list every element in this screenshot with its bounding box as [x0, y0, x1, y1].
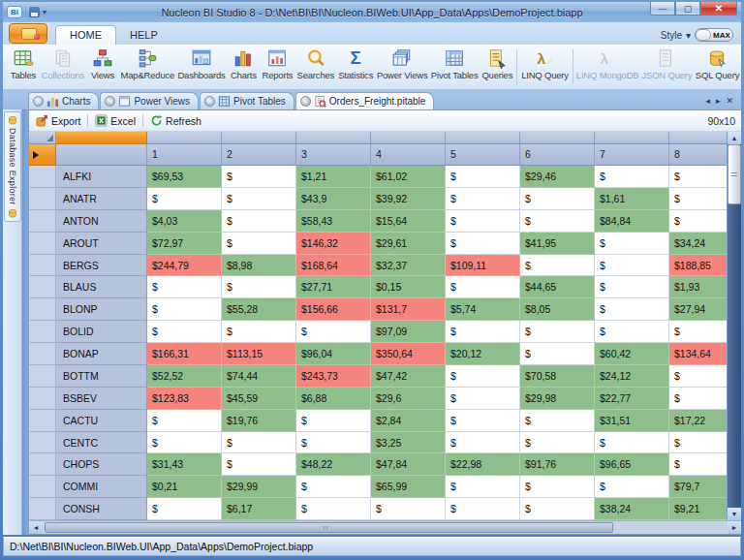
row-header[interactable]: BLONP: [56, 298, 147, 321]
grid-cell[interactable]: $: [595, 233, 669, 255]
row-label-header[interactable]: [56, 144, 147, 166]
grid-cell[interactable]: $: [446, 476, 520, 498]
grid-cell[interactable]: $: [296, 321, 371, 343]
grid-cell[interactable]: $17,22: [669, 410, 727, 432]
grid-cell[interactable]: $79,7: [669, 476, 727, 498]
row-header[interactable]: ALFKI: [56, 166, 147, 188]
grid-cell[interactable]: $: [669, 166, 727, 188]
grid-cell[interactable]: $38,24: [595, 498, 669, 520]
grid-cell[interactable]: $19,76: [222, 410, 296, 432]
grid-cell[interactable]: $55,28: [222, 298, 296, 321]
grid-cell[interactable]: $29,6: [371, 388, 446, 410]
grid-cell[interactable]: $123,83: [147, 388, 222, 410]
ribbon-item-reports[interactable]: Reports: [260, 47, 294, 88]
row-marker-cell[interactable]: [29, 498, 56, 520]
grid-cell[interactable]: $: [222, 453, 296, 476]
tab-close-icon[interactable]: ✕: [33, 96, 44, 107]
row-header[interactable]: CENTC: [56, 432, 147, 454]
grid-cell[interactable]: $: [595, 276, 669, 298]
grid-cell[interactable]: $91,76: [520, 453, 595, 476]
tab-close-icon[interactable]: ✕: [300, 96, 311, 107]
grid-cell[interactable]: $65,99: [371, 476, 446, 498]
scroll-down-icon[interactable]: ▼: [728, 508, 741, 520]
scroll-right-icon[interactable]: ►: [728, 521, 741, 534]
save-icon[interactable]: [29, 7, 40, 17]
grid-cell[interactable]: $69,53: [147, 166, 222, 188]
vertical-scroll-track[interactable]: [728, 144, 741, 508]
grid-cell[interactable]: $3,25: [371, 432, 446, 454]
ribbon-item-json-query[interactable]: JSON Query: [640, 47, 694, 88]
grid-cell[interactable]: $243,73: [296, 365, 371, 388]
grid-cell[interactable]: $: [520, 210, 595, 233]
grid-cell[interactable]: $: [147, 498, 222, 520]
row-marker-cell[interactable]: [29, 343, 56, 365]
excel-button[interactable]: Excel: [92, 113, 139, 128]
grid-cell[interactable]: $20,12: [446, 343, 520, 365]
horizontal-scrollbar[interactable]: ◄ ►: [29, 520, 741, 534]
grid-cell[interactable]: $244,79: [147, 255, 222, 277]
tab-scroll-left-icon[interactable]: ◂: [705, 96, 710, 106]
row-header[interactable]: ANATR: [56, 188, 147, 210]
grid-cell[interactable]: $47,42: [371, 365, 446, 388]
grid-cell[interactable]: $131,7: [371, 298, 446, 321]
grid-cell[interactable]: $27,94: [669, 298, 727, 321]
grid-cell[interactable]: $: [147, 276, 222, 298]
row-dimension-header[interactable]: [56, 132, 147, 144]
grid-cell[interactable]: $74,44: [222, 365, 296, 388]
grid-cell[interactable]: $: [595, 476, 669, 498]
grid-cell[interactable]: $97,09: [371, 321, 446, 343]
column-header[interactable]: 3: [296, 144, 371, 166]
grid-cell[interactable]: $: [595, 298, 669, 321]
scroll-left-icon[interactable]: ◄: [29, 521, 43, 534]
row-marker-cell[interactable]: [29, 388, 56, 410]
row-marker-cell[interactable]: [29, 188, 56, 210]
grid-cell[interactable]: $: [446, 432, 520, 454]
row-marker-cell[interactable]: [29, 453, 56, 476]
grid-cell[interactable]: $44,65: [520, 276, 595, 298]
grid-cell[interactable]: $27,71: [296, 276, 371, 298]
row-marker-cell[interactable]: [29, 410, 56, 432]
grid-cell[interactable]: $: [446, 166, 520, 188]
ribbon-item-collections[interactable]: Collections: [40, 47, 86, 88]
row-header[interactable]: BLAUS: [56, 276, 147, 298]
grid-cell[interactable]: $: [595, 255, 669, 277]
grid-cell[interactable]: $58,43: [296, 210, 371, 233]
grid-cell[interactable]: $: [222, 321, 296, 343]
export-button[interactable]: Export: [33, 113, 83, 128]
row-marker-cell[interactable]: [29, 321, 56, 343]
grid-cell[interactable]: $: [147, 432, 222, 454]
grid-cell[interactable]: $: [147, 321, 222, 343]
column-header[interactable]: 5: [446, 144, 520, 166]
grid-cell[interactable]: $168,64: [296, 255, 371, 277]
grid-cell[interactable]: $: [595, 432, 669, 454]
grid-cell[interactable]: $: [147, 298, 222, 321]
grid-cell[interactable]: $84,84: [595, 210, 669, 233]
row-marker-cell[interactable]: [29, 276, 56, 298]
ribbon-item-linq-mongodb[interactable]: λ LINQ MongoDB: [575, 47, 640, 88]
grid-cell[interactable]: $: [669, 210, 727, 233]
grid-cell[interactable]: $109,11: [446, 255, 520, 277]
row-header[interactable]: CACTU: [56, 410, 147, 432]
grid-cell[interactable]: $: [520, 410, 595, 432]
grid-cell[interactable]: $31,43: [147, 453, 222, 476]
grid-cell[interactable]: $96,04: [296, 343, 371, 365]
row-marker-cell[interactable]: [29, 255, 56, 277]
grid-cell[interactable]: $188,85: [669, 255, 727, 277]
grid-cell[interactable]: $: [669, 388, 727, 410]
minimize-button[interactable]: —: [650, 2, 675, 16]
grid-cell[interactable]: $72,97: [147, 233, 222, 255]
application-menu-button[interactable]: [9, 23, 47, 44]
grid-cell[interactable]: $6,88: [296, 388, 371, 410]
doc-tab-pivot-tables[interactable]: ✕ Pivot Tables: [200, 92, 294, 109]
grid-cell[interactable]: $350,64: [371, 343, 446, 365]
grid-cell[interactable]: $15,64: [371, 210, 446, 233]
ribbon-item-searches[interactable]: Searches: [295, 47, 337, 88]
grid-cell[interactable]: $113,15: [222, 343, 296, 365]
grid-cell[interactable]: $: [520, 321, 595, 343]
grid-cell[interactable]: $29,98: [520, 388, 595, 410]
refresh-button[interactable]: Refresh: [147, 113, 204, 128]
grid-cell[interactable]: $: [446, 498, 520, 520]
style-label[interactable]: Style: [661, 30, 682, 41]
grid-cell[interactable]: $4,03: [147, 210, 222, 233]
row-marker-cell[interactable]: [29, 210, 56, 233]
